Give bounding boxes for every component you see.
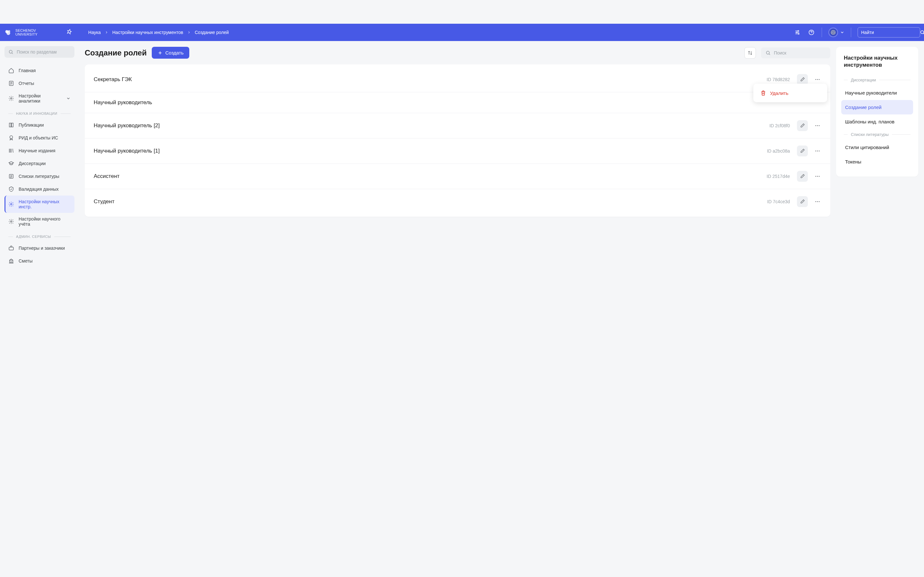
book-icon: [8, 122, 14, 128]
role-id: ID 78d8282: [767, 77, 790, 82]
role-id: ID 2cf08f0: [769, 123, 790, 128]
right-item-templates[interactable]: Шаблоны инд. планов: [841, 114, 913, 129]
svg-point-21: [817, 79, 818, 80]
sidebar-search-input[interactable]: [17, 49, 73, 55]
right-panel: Настройки научных инструментов Диссертац…: [836, 47, 918, 177]
user-menu[interactable]: [829, 27, 845, 37]
role-row[interactable]: Ассистент ID 2517d4e: [85, 164, 830, 189]
header-search-input[interactable]: [861, 30, 917, 35]
sidebar: Главная Отчеты Настройки аналитики НАУКА…: [0, 41, 79, 272]
edit-button[interactable]: [797, 74, 808, 85]
home-icon: [8, 68, 14, 73]
settings-sliders-icon[interactable]: [793, 29, 801, 36]
gear-icon: [8, 95, 14, 101]
more-button[interactable]: [814, 76, 821, 83]
svg-point-23: [815, 125, 816, 126]
breadcrumb-item[interactable]: Создание ролей: [195, 30, 229, 35]
pencil-icon: [800, 148, 805, 153]
role-row[interactable]: Научный руководитель: [85, 92, 830, 113]
sidebar-item-dissertations[interactable]: Диссертации: [5, 157, 74, 170]
chevron-right-icon: [187, 31, 191, 34]
edit-button[interactable]: [797, 120, 808, 131]
trash-icon: [760, 90, 766, 96]
logo[interactable]: SECHENOV UNIVERSITY: [4, 28, 37, 37]
badge-icon: [8, 135, 14, 141]
sort-button[interactable]: [744, 47, 756, 59]
content-search-input[interactable]: [774, 50, 830, 55]
edit-button[interactable]: [797, 196, 808, 207]
sidebar-section-header: АДМИН. СЕРВИСЫ: [5, 230, 74, 242]
sidebar-item-rid[interactable]: РИД и объекты ИС: [5, 131, 74, 144]
sidebar-item-validation[interactable]: Валидация данных: [5, 183, 74, 195]
role-id: ID 2517d4e: [767, 174, 790, 179]
right-panel-title: Настройки научных инструментов: [841, 55, 913, 69]
create-button[interactable]: Создать: [152, 47, 189, 59]
sidebar-item-label: Публикации: [19, 122, 44, 127]
sidebar-section-header: НАУКА И ИННОВАЦИИ: [5, 107, 74, 119]
more-button[interactable]: [814, 198, 821, 205]
briefcase-icon: [8, 245, 14, 251]
breadcrumb-item[interactable]: Настройки научных инструментов: [112, 30, 183, 35]
sidebar-item-label: Отчеты: [19, 81, 34, 86]
sidebar-item-publications[interactable]: Публикации: [5, 119, 74, 131]
sidebar-item-partners[interactable]: Партнеры и заказчики: [5, 242, 74, 255]
more-button[interactable]: [814, 172, 821, 180]
right-item-roles[interactable]: Создание ролей: [841, 100, 913, 114]
right-item-supervisors[interactable]: Научные руководители: [841, 85, 913, 100]
sidebar-item-label: Настройки научного учёта: [19, 216, 71, 227]
gear-icon: [8, 219, 14, 224]
page-header: Создание ролей Создать: [85, 47, 830, 59]
logo-icon: [4, 28, 13, 37]
more-button[interactable]: [814, 122, 821, 129]
role-name: Ассистент: [94, 173, 767, 179]
svg-point-7: [833, 32, 834, 33]
edit-button[interactable]: [797, 145, 808, 156]
sidebar-item-budgets[interactable]: Сметы: [5, 255, 74, 268]
help-icon[interactable]: [808, 29, 815, 36]
svg-point-34: [819, 201, 820, 202]
role-row[interactable]: Научный руководитель [1] ID a2bc08a: [85, 139, 830, 164]
role-row[interactable]: Студент ID 7c4ce3d: [85, 189, 830, 214]
search-icon: [766, 50, 771, 55]
sidebar-item-label: Списки литературы: [19, 174, 59, 179]
sidebar-item-label: Научные издания: [19, 148, 55, 153]
sidebar-item-accounting-settings[interactable]: Настройки научного учёта: [5, 213, 74, 230]
more-button[interactable]: [814, 147, 821, 155]
edit-button[interactable]: [797, 171, 808, 182]
chevron-right-icon: [105, 31, 108, 34]
svg-point-24: [817, 125, 818, 126]
chevron-down-icon: [66, 96, 71, 101]
check-icon: [8, 186, 14, 192]
role-row[interactable]: Научный руководитель [2] ID 2cf08f0: [85, 113, 830, 139]
header-search[interactable]: [858, 27, 920, 37]
pencil-icon: [800, 123, 805, 128]
sidebar-item-label: Настройки научных инстр.: [19, 199, 71, 210]
role-name: Секретарь ГЭК: [94, 76, 767, 83]
svg-point-28: [819, 151, 820, 152]
sidebar-item-analytics-settings[interactable]: Настройки аналитики: [5, 90, 74, 107]
content-search[interactable]: [761, 47, 830, 58]
svg-point-2: [6, 31, 10, 35]
sidebar-item-science-settings[interactable]: Настройки научных инстр.: [5, 195, 74, 213]
svg-point-13: [11, 98, 12, 99]
svg-point-14: [10, 135, 13, 139]
sidebar-item-reports[interactable]: Отчеты: [5, 77, 74, 90]
role-row[interactable]: Секретарь ГЭК ID 78d8282 Удалить: [85, 67, 830, 92]
sidebar-item-home[interactable]: Главная: [5, 64, 74, 77]
breadcrumb-item[interactable]: Наука: [88, 30, 101, 35]
delete-menu-item[interactable]: Удалить: [756, 86, 825, 100]
svg-rect-18: [9, 247, 13, 250]
svg-point-32: [815, 201, 816, 202]
pin-icon[interactable]: [66, 29, 72, 36]
sidebar-item-label: РИД и объекты ИС: [19, 135, 58, 140]
sidebar-item-editions[interactable]: Научные издания: [5, 144, 74, 157]
sidebar-item-label: Партнеры и заказчики: [19, 245, 65, 251]
sidebar-search[interactable]: [5, 46, 74, 58]
right-section-header: Диссертации: [841, 74, 913, 85]
svg-point-17: [11, 221, 12, 222]
role-name: Научный руководитель: [94, 99, 821, 106]
role-name: Научный руководитель [1]: [94, 148, 767, 154]
right-item-tokens[interactable]: Токены: [841, 155, 913, 169]
sidebar-item-bibliography[interactable]: Списки литературы: [5, 170, 74, 183]
right-item-citation-styles[interactable]: Стили цитирований: [841, 140, 913, 155]
